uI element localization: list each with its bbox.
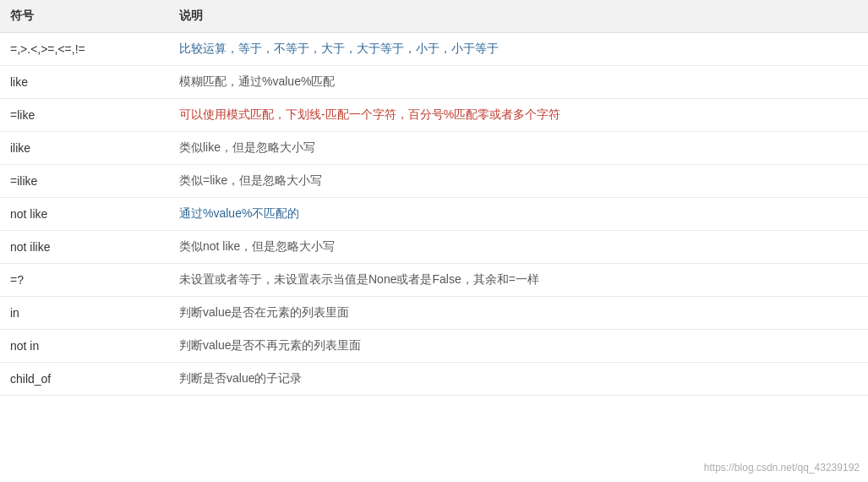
table-row: not in判断value是否不再元素的列表里面: [0, 330, 868, 363]
symbol-cell: =like: [0, 99, 169, 132]
description-cell: 可以使用模式匹配，下划线-匹配一个字符，百分号%匹配零或者多个字符: [169, 99, 868, 132]
header-description: 说明: [169, 0, 868, 33]
description-cell: 判断value是否不再元素的列表里面: [169, 330, 868, 363]
description-cell: 类似=like，但是忽略大小写: [169, 165, 868, 198]
watermark-text: https://blog.csdn.net/qq_43239192: [704, 462, 860, 474]
description-cell: 判断是否value的子记录: [169, 363, 868, 396]
table-row: =ilike类似=like，但是忽略大小写: [0, 165, 868, 198]
symbol-cell: =?: [0, 264, 169, 297]
description-cell: 判断value是否在元素的列表里面: [169, 297, 868, 330]
description-cell: 模糊匹配，通过%value%匹配: [169, 66, 868, 99]
symbol-cell: in: [0, 297, 169, 330]
header-symbol: 符号: [0, 0, 169, 33]
symbol-cell: not in: [0, 330, 169, 363]
table-row: child_of判断是否value的子记录: [0, 363, 868, 396]
description-cell: 类似not like，但是忽略大小写: [169, 231, 868, 264]
operators-table: 符号 说明 =,>.<,>=,<=,!=比较运算，等于，不等于，大于，大于等于，…: [0, 0, 868, 396]
table-row: like模糊匹配，通过%value%匹配: [0, 66, 868, 99]
table-row: in判断value是否在元素的列表里面: [0, 297, 868, 330]
table-row: =,>.<,>=,<=,!=比较运算，等于，不等于，大于，大于等于，小于，小于等…: [0, 33, 868, 66]
symbol-cell: =,>.<,>=,<=,!=: [0, 33, 169, 66]
symbol-cell: not ilike: [0, 231, 169, 264]
table-row: ilike类似like，但是忽略大小写: [0, 132, 868, 165]
symbol-cell: not like: [0, 198, 169, 231]
main-container: 符号 说明 =,>.<,>=,<=,!=比较运算，等于，不等于，大于，大于等于，…: [0, 0, 868, 482]
table-row: =like可以使用模式匹配，下划线-匹配一个字符，百分号%匹配零或者多个字符: [0, 99, 868, 132]
table-row: not ilike类似not like，但是忽略大小写: [0, 231, 868, 264]
table-row: not like通过%value%不匹配的: [0, 198, 868, 231]
symbol-cell: ilike: [0, 132, 169, 165]
description-cell: 类似like，但是忽略大小写: [169, 132, 868, 165]
description-cell: 通过%value%不匹配的: [169, 198, 868, 231]
table-header-row: 符号 说明: [0, 0, 868, 33]
description-cell: 比较运算，等于，不等于，大于，大于等于，小于，小于等于: [169, 33, 868, 66]
table-row: =?未设置或者等于，未设置表示当值是None或者是False，其余和=一样: [0, 264, 868, 297]
symbol-cell: like: [0, 66, 169, 99]
symbol-cell: child_of: [0, 363, 169, 396]
description-cell: 未设置或者等于，未设置表示当值是None或者是False，其余和=一样: [169, 264, 868, 297]
symbol-cell: =ilike: [0, 165, 169, 198]
